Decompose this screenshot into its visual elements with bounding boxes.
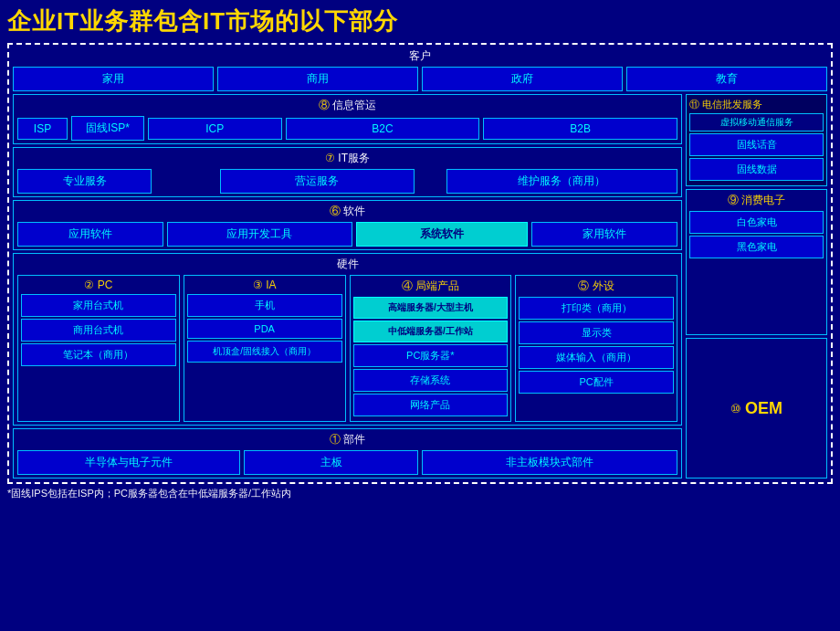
parts-item-1[interactable]: 主板 bbox=[244, 450, 418, 475]
software-items-row: 应用软件 应用开发工具 系统软件 家用软件 bbox=[17, 222, 677, 247]
ia-col: ③ IA 手机 PDA 机顶盒/固线接入（商用） bbox=[184, 275, 346, 422]
page-title: 企业IT业务群包含IT市场的以下部分 bbox=[7, 5, 833, 37]
hardware-cols: ② PC 家用台式机 商用台式机 笔记本（商用） ③ IA bbox=[17, 275, 677, 422]
customer-btn-0[interactable]: 家用 bbox=[13, 67, 214, 91]
terminal-item-0[interactable]: 高端服务器/大型主机 bbox=[353, 297, 509, 319]
parts-section-title: ① 部件 bbox=[17, 432, 677, 447]
ia-item-0[interactable]: 手机 bbox=[187, 294, 342, 317]
software-item-3[interactable]: 家用软件 bbox=[531, 222, 677, 247]
parts-item-2[interactable]: 非主板模块式部件 bbox=[422, 450, 677, 475]
right-sidebar: ⑪ 电信批发服务 虚拟移动通信服务 固线话音 固线数据 ⑨ 消费电子 白色家电 … bbox=[686, 94, 827, 479]
software-item-1[interactable]: 应用开发工具 bbox=[167, 222, 352, 247]
outer-box: 客户 家用 商用 政府 教育 ⑧ 信息管运 ISP 固线ISP* bbox=[7, 43, 833, 484]
parts-item-0[interactable]: 半导体与电子元件 bbox=[17, 450, 240, 475]
pc-item-1[interactable]: 商用台式机 bbox=[21, 319, 176, 342]
info-item-1[interactable]: 固线ISP* bbox=[71, 116, 144, 141]
customer-label: 客户 bbox=[13, 48, 827, 64]
info-item-4[interactable]: B2B bbox=[483, 118, 677, 140]
peripheral-col-title: ⑤ 外设 bbox=[519, 279, 674, 294]
terminal-item-3[interactable]: 存储系统 bbox=[353, 369, 509, 392]
pc-col-title: ② PC bbox=[21, 279, 176, 291]
consumer-title: ⑨ 消费电子 bbox=[689, 193, 824, 208]
software-section: ⑥ 软件 应用软件 应用开发工具 系统软件 家用软件 bbox=[13, 200, 682, 250]
peripheral-item-0[interactable]: 打印类（商用） bbox=[519, 297, 674, 320]
consumer-item-1[interactable]: 黑色家电 bbox=[689, 236, 824, 258]
hardware-section: 硬件 ② PC 家用台式机 商用台式机 笔记本（商用） bbox=[13, 253, 682, 426]
customer-row: 家用 商用 政府 教育 bbox=[13, 67, 827, 91]
pc-item-0[interactable]: 家用台式机 bbox=[21, 294, 176, 317]
telecom-sub: 虚拟移动通信服务 bbox=[689, 113, 824, 131]
it-items-row: 专业服务 营运服务 维护服务（商用） bbox=[17, 169, 677, 194]
ia-item-1[interactable]: PDA bbox=[187, 319, 342, 339]
it-item-0[interactable]: 专业服务 bbox=[17, 169, 152, 194]
terminal-item-2[interactable]: PC服务器* bbox=[353, 344, 509, 367]
info-item-2[interactable]: ICP bbox=[148, 118, 282, 140]
telecom-title: ⑪ 电信批发服务 bbox=[689, 98, 824, 111]
peripheral-item-3[interactable]: PC配件 bbox=[519, 371, 674, 394]
software-item-2[interactable]: 系统软件 bbox=[356, 222, 529, 247]
terminal-item-1[interactable]: 中低端服务器/工作站 bbox=[353, 321, 509, 342]
it-section-title: ⑦ IT服务 bbox=[17, 151, 677, 166]
customer-btn-3[interactable]: 教育 bbox=[626, 67, 827, 91]
terminal-item-4[interactable]: 网络产品 bbox=[353, 394, 509, 416]
it-item-2[interactable]: 维护服务（商用） bbox=[446, 169, 677, 194]
peripheral-col: ⑤ 外设 打印类（商用） 显示类 媒体输入（商用） PC配件 bbox=[515, 275, 677, 422]
peripheral-item-1[interactable]: 显示类 bbox=[519, 321, 674, 344]
parts-items-row: 半导体与电子元件 主板 非主板模块式部件 bbox=[17, 450, 677, 475]
hardware-title: 硬件 bbox=[17, 257, 677, 272]
telecom-item-0[interactable]: 固线话音 bbox=[689, 133, 824, 156]
info-item-0[interactable]: ISP bbox=[17, 118, 68, 140]
left-area: ⑧ 信息管运 ISP 固线ISP* ICP B2C B2B ⑦ bbox=[13, 94, 682, 479]
pc-col: ② PC 家用台式机 商用台式机 笔记本（商用） bbox=[17, 275, 180, 422]
telecom-item-1[interactable]: 固线数据 bbox=[689, 158, 824, 181]
terminal-col-title: ④ 局端产品 bbox=[353, 279, 509, 294]
terminal-col: ④ 局端产品 高端服务器/大型主机 中低端服务器/工作站 PC服务器* 存储系统… bbox=[350, 275, 512, 422]
consumer-item-0[interactable]: 白色家电 bbox=[689, 211, 824, 234]
info-section-title: ⑧ 信息管运 bbox=[17, 98, 677, 113]
customer-btn-1[interactable]: 商用 bbox=[217, 67, 418, 91]
peripheral-item-2[interactable]: 媒体输入（商用） bbox=[519, 346, 674, 369]
ia-item-2[interactable]: 机顶盒/固线接入（商用） bbox=[187, 341, 342, 363]
telecom-section: ⑪ 电信批发服务 虚拟移动通信服务 固线话音 固线数据 bbox=[686, 94, 827, 186]
parts-section: ① 部件 半导体与电子元件 主板 非主板模块式部件 bbox=[13, 428, 682, 479]
pc-item-2[interactable]: 笔记本（商用） bbox=[21, 343, 176, 366]
footer-note: *固线IPS包括在ISP内；PC服务器包含在中低端服务器/工作站内 bbox=[7, 487, 833, 500]
ia-col-title: ③ IA bbox=[187, 279, 342, 291]
info-section: ⑧ 信息管运 ISP 固线ISP* ICP B2C B2B bbox=[13, 94, 682, 144]
info-items-row: ISP 固线ISP* ICP B2C B2B bbox=[17, 116, 677, 141]
it-section: ⑦ IT服务 专业服务 营运服务 维护服务（商用） bbox=[13, 147, 682, 197]
main-layout: ⑧ 信息管运 ISP 固线ISP* ICP B2C B2B ⑦ bbox=[13, 94, 827, 479]
page-container: 企业IT业务群包含IT市场的以下部分 客户 家用 商用 政府 教育 ⑧ 信息管运 bbox=[0, 0, 840, 504]
it-item-1[interactable]: 营运服务 bbox=[220, 169, 415, 194]
info-item-3[interactable]: B2C bbox=[286, 118, 480, 140]
oem-section: ⑩ OEM bbox=[686, 338, 827, 479]
software-section-title: ⑥ 软件 bbox=[17, 204, 677, 219]
consumer-section: ⑨ 消费电子 白色家电 黑色家电 bbox=[686, 189, 827, 335]
software-item-0[interactable]: 应用软件 bbox=[17, 222, 163, 247]
customer-btn-2[interactable]: 政府 bbox=[422, 67, 623, 91]
